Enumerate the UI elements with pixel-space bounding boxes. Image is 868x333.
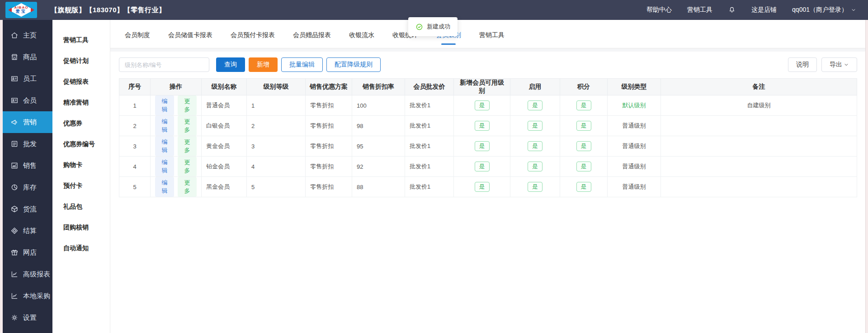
more-button[interactable]: 更多 [178, 177, 197, 197]
cell-points: 是 [560, 116, 608, 136]
primary-sidebar: 主页商品员工会员营销批发销售库存货流结算网店高级报表本地采购设置 [3, 20, 52, 333]
sidebar-item-goods[interactable]: 商品 [3, 46, 52, 68]
cell-sales-discount: 100 [352, 95, 405, 116]
more-button[interactable]: 更多 [178, 136, 197, 156]
sidebar-item-local-purchase[interactable]: 本地采购 [3, 285, 52, 307]
tab-marketing-tools[interactable]: 营销工具 [479, 20, 505, 48]
edit-button[interactable]: 编辑 [155, 95, 174, 115]
sidebar-item-inventory[interactable]: 库存 [3, 176, 52, 198]
level-type-text: 普通级别 [623, 183, 646, 190]
help-button[interactable]: 说明 [788, 57, 817, 72]
sidebar-item-staff[interactable]: 员工 [3, 68, 52, 90]
marketing-tools-link[interactable]: 营销工具 [687, 6, 712, 14]
submenu-item-coupon-code[interactable]: 优惠券编号 [52, 134, 110, 155]
member-level-table: 序号操作级别名称级别等级销售优惠方案销售折扣率会员批发价新增会员可用级别启用积分… [119, 78, 857, 197]
cell-level-name: 普通会员 [202, 95, 247, 116]
cell-actions: 编辑更多 [151, 136, 202, 157]
line-chart-icon [10, 292, 19, 300]
brand-logo[interactable]: AIBAO 爱宝 [5, 2, 37, 18]
edit-button[interactable]: 编辑 [155, 116, 174, 136]
tab-prepaid-card-report[interactable]: 会员预付卡报表 [231, 20, 275, 48]
cell-points: 是 [560, 177, 608, 197]
table-row: 2编辑更多白银会员2零售折扣98批发价1是是是普通级别 [119, 116, 857, 136]
cell-level-grade: 2 [247, 116, 306, 136]
sidebar-item-sales[interactable]: 销售 [3, 155, 52, 176]
secondary-sidebar: 营销工具促销计划促销报表精准营销优惠券优惠券编号购物卡预付卡礼品包团购核销自动通… [52, 20, 110, 333]
submenu-item-prepaid-card[interactable]: 预付卡 [52, 176, 110, 196]
level-type-text: 默认级别 [623, 102, 646, 109]
shop-name-link[interactable]: 这是店铺 [751, 6, 777, 14]
batch-edit-button[interactable]: 批量编辑 [281, 57, 323, 72]
sidebar-item-advanced-reports[interactable]: 高级报表 [3, 263, 52, 285]
chevron-down-icon [851, 7, 856, 13]
toast-message: 新建成功 [427, 23, 450, 31]
account-menu[interactable]: qq001（商户登录） [792, 6, 856, 14]
query-button[interactable]: 查询 [216, 57, 245, 72]
config-downgrade-rule-button[interactable]: 配置降级规则 [326, 57, 381, 72]
sidebar-item-wholesale[interactable]: 批发 [3, 133, 52, 155]
cell-remark [661, 116, 857, 136]
cell-member-wholesale-price: 批发价1 [405, 136, 454, 157]
edit-button[interactable]: 编辑 [155, 177, 174, 197]
cell-member-wholesale-price: 批发价1 [405, 177, 454, 197]
submenu-item-promo-plan[interactable]: 促销计划 [52, 51, 110, 71]
tab-member-system[interactable]: 会员制度 [125, 20, 150, 48]
cell-points: 是 [560, 157, 608, 177]
edit-button[interactable]: 编辑 [155, 136, 174, 156]
line-chart-icon [10, 270, 19, 278]
sidebar-item-member[interactable]: 会员 [3, 90, 52, 111]
sidebar-item-label: 本地采购 [23, 292, 50, 300]
table-row: 1编辑更多普通会员1零售折扣100批发价1是是是默认级别自建级别 [119, 95, 857, 116]
cell-remark: 自建级别 [661, 95, 857, 116]
edit-button[interactable]: 编辑 [155, 157, 174, 176]
submenu-item-gift-pack[interactable]: 礼品包 [52, 196, 110, 217]
yes-badge: 是 [528, 121, 542, 131]
export-label: 导出 [830, 61, 842, 69]
tab-label: 收银流水 [349, 31, 374, 39]
cell-level-grade: 4 [247, 157, 306, 177]
submenu-item-coupon[interactable]: 优惠券 [52, 113, 110, 134]
add-button[interactable]: 新增 [249, 57, 278, 72]
home-icon [10, 31, 19, 39]
export-button[interactable]: 导出 [821, 57, 857, 72]
tab-stored-card-report[interactable]: 会员储值卡报表 [168, 20, 212, 48]
submenu-item-precision-marketing[interactable]: 精准营销 [52, 92, 110, 113]
submenu-item-group-buy-verify[interactable]: 团购核销 [52, 217, 110, 238]
submenu-item-marketing-tools[interactable]: 营销工具 [52, 30, 110, 51]
scrollbar-track[interactable] [865, 0, 868, 333]
cell-level-name: 铂金会员 [202, 157, 247, 177]
yes-badge: 是 [528, 162, 542, 172]
tab-member-gift-report[interactable]: 会员赠品报表 [293, 20, 331, 48]
submenu-item-shopping-card[interactable]: 购物卡 [52, 155, 110, 176]
more-button[interactable]: 更多 [178, 157, 197, 176]
cell-enabled: 是 [510, 136, 560, 157]
more-button[interactable]: 更多 [178, 116, 197, 136]
sidebar-item-label: 销售 [23, 162, 37, 170]
bell-icon[interactable] [728, 6, 736, 14]
cell-actions: 编辑更多 [151, 95, 202, 116]
level-search-input[interactable] [119, 57, 209, 72]
sidebar-item-settlement[interactable]: 结算 [3, 220, 52, 242]
help-center-link[interactable]: 帮助中心 [646, 6, 672, 14]
sales-chart-icon [10, 162, 19, 170]
yes-badge: 是 [475, 100, 490, 111]
cell-member-wholesale-price: 批发价1 [405, 157, 454, 177]
cell-level-type: 普通级别 [608, 177, 661, 197]
cell-sales-discount: 92 [352, 157, 405, 177]
sidebar-item-settings[interactable]: 设置 [3, 307, 52, 328]
sidebar-item-logistics[interactable]: 货流 [3, 198, 52, 220]
tab-cashier-flow[interactable]: 收银流水 [349, 20, 374, 48]
chevron-down-icon [844, 62, 849, 67]
sidebar-item-home[interactable]: 主页 [3, 24, 52, 46]
submenu-item-promo-report[interactable]: 促销报表 [52, 71, 110, 92]
more-button[interactable]: 更多 [178, 95, 197, 115]
sidebar-item-label: 网店 [23, 248, 37, 257]
submenu-item-auto-notify[interactable]: 自动通知 [52, 238, 110, 259]
cell-level-name: 白银会员 [202, 116, 247, 136]
gift-icon [10, 248, 19, 257]
sidebar-item-marketing[interactable]: 营销 [3, 111, 52, 133]
cell-seq: 3 [119, 136, 151, 157]
store-icon [10, 53, 19, 61]
col-header-remark: 备注 [661, 79, 857, 95]
sidebar-item-online-store[interactable]: 网店 [3, 242, 52, 263]
